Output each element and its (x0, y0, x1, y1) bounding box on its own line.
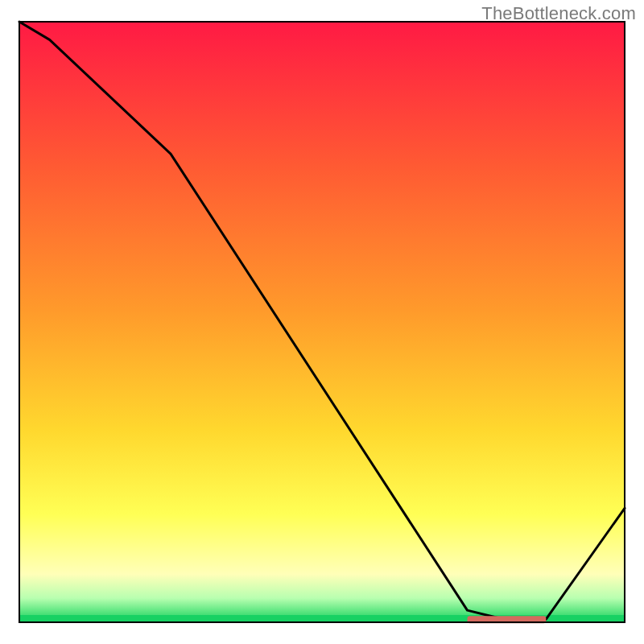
watermark-text: TheBottleneck.com (481, 3, 636, 24)
bottleneck-chart (0, 0, 644, 644)
chart-container: TheBottleneck.com (0, 0, 644, 644)
gradient-background (19, 22, 625, 622)
